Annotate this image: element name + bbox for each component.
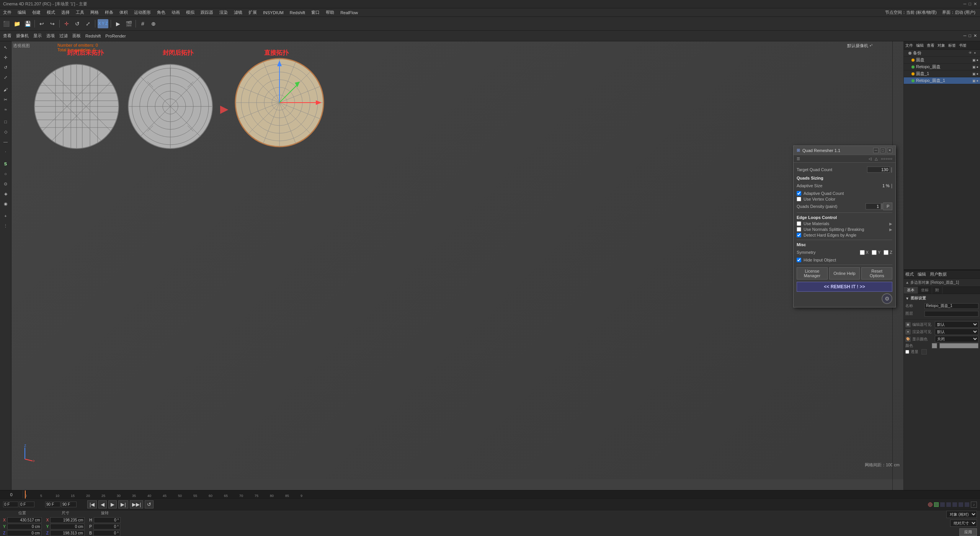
om-file[interactable]: 文件 xyxy=(905,43,913,48)
scene-item-disk1[interactable]: 圆盘_1 ▣ ● xyxy=(904,70,980,77)
rotate-tool-icon[interactable]: ↺ xyxy=(1,63,10,72)
menu-insydium[interactable]: INSYDIUM xyxy=(261,10,285,15)
menu-window[interactable]: 窗口 xyxy=(310,10,321,15)
rot-b-input[interactable] xyxy=(93,530,120,536)
s-icon[interactable]: S xyxy=(1,159,10,168)
name-input[interactable] xyxy=(924,303,978,309)
sub-options[interactable]: 选项 xyxy=(46,33,55,39)
menu-file[interactable]: 文件 xyxy=(2,10,13,15)
menu-character[interactable]: 角色 xyxy=(155,10,167,15)
start-frame-input[interactable] xyxy=(3,502,18,507)
target-quad-slider[interactable]: | xyxy=(891,167,892,173)
color-swatch[interactable] xyxy=(932,343,937,348)
hide-input-check[interactable] xyxy=(797,258,801,262)
menu-realflow[interactable]: RealFlow xyxy=(339,10,359,15)
render-vis-select[interactable]: 默认 xyxy=(935,328,978,335)
minimize-btn[interactable]: ─ xyxy=(964,2,967,7)
edge-icon[interactable]: — xyxy=(1,137,10,146)
cursor-icon[interactable]: ↖ xyxy=(1,43,10,52)
apply-button[interactable]: 应用 xyxy=(959,528,977,536)
pos-y-input[interactable] xyxy=(7,524,42,529)
reset-options-btn[interactable]: Reset Options xyxy=(861,267,892,279)
new-icon[interactable]: ⬛ xyxy=(2,19,11,28)
disk-left[interactable] xyxy=(33,62,121,150)
menu-mograph[interactable]: 运动图形 xyxy=(132,10,152,15)
bridge-icon[interactable]: ≈ xyxy=(1,105,10,114)
menu-track[interactable]: 跟踪器 xyxy=(199,10,215,15)
sub-panel[interactable]: 面板 xyxy=(72,33,81,39)
quad-menu-icon[interactable]: ☰ xyxy=(797,157,800,161)
menu-mode[interactable]: 模式 xyxy=(45,10,57,15)
use-normals-expand[interactable]: ▶ xyxy=(889,227,892,232)
viewport-minimize[interactable]: ─ xyxy=(964,33,967,38)
add-icon[interactable]: + xyxy=(1,211,10,221)
loop-btn[interactable]: ↺ xyxy=(145,500,154,508)
dots-icon[interactable]: ⋮ xyxy=(1,221,10,230)
menu-animate[interactable]: 动画 xyxy=(170,10,181,15)
size-x-input[interactable] xyxy=(50,517,85,523)
menu-mesh[interactable]: 网格 xyxy=(89,10,100,15)
paint-icon[interactable]: 🖌 xyxy=(1,85,10,94)
om-edit[interactable]: 编辑 xyxy=(916,43,924,48)
snap-icon[interactable]: ⊕ xyxy=(149,19,158,28)
menu-filter[interactable]: 滤镜 xyxy=(232,10,244,15)
viewport-close[interactable]: ✕ xyxy=(973,33,977,38)
remesh-btn[interactable]: << REMESH IT ! >> xyxy=(797,282,892,292)
quad-close[interactable]: ✕ xyxy=(887,148,892,153)
om-bookmark[interactable]: 书签 xyxy=(959,43,967,48)
prev-frame-btn[interactable]: ◀ xyxy=(98,500,107,508)
settings-icon[interactable]: ⚙ xyxy=(882,293,892,304)
quad-restore[interactable]: □ xyxy=(880,148,885,153)
editor-vis-select[interactable]: 默认 xyxy=(935,321,978,328)
om-object[interactable]: 对象 xyxy=(938,43,945,48)
use-vertex-color-check[interactable] xyxy=(797,197,801,201)
adaptive-size-slider[interactable]: | xyxy=(891,183,892,188)
disk-middle[interactable] xyxy=(126,62,214,150)
scale-icon[interactable]: ⤢ xyxy=(83,19,93,28)
display-color-select[interactable]: 关闭 xyxy=(935,336,978,342)
timeline-track[interactable]: 0 5 10 15 20 25 30 35 40 45 50 55 60 65 … xyxy=(23,490,980,498)
close-btn[interactable]: ✕ xyxy=(973,2,977,7)
timeline-cursor[interactable] xyxy=(25,490,26,498)
quads-density-input[interactable] xyxy=(866,203,881,209)
menu-edit[interactable]: 编辑 xyxy=(16,10,28,15)
playback-end-input[interactable] xyxy=(61,502,77,507)
sub-camera[interactable]: 摄像机 xyxy=(16,33,29,39)
point-icon[interactable]: · xyxy=(1,147,10,156)
object-mode-icon[interactable]: X Y Z xyxy=(98,19,108,28)
tab-coords[interactable]: 坐标 xyxy=(918,287,932,294)
disk-right[interactable] xyxy=(232,55,327,150)
attr-edit[interactable]: 编辑 xyxy=(918,271,926,277)
viewport-maximize[interactable]: □ xyxy=(969,33,971,38)
tab-basic[interactable]: 基本 xyxy=(904,287,918,294)
menu-help[interactable]: 帮助 xyxy=(324,10,336,15)
om-view[interactable]: 查看 xyxy=(927,43,934,48)
sub-prorender[interactable]: ProRender xyxy=(105,34,126,38)
rotate-icon[interactable]: ↺ xyxy=(73,19,82,28)
use-materials-expand[interactable]: ▶ xyxy=(889,222,892,226)
next-frame-btn[interactable]: ▶| xyxy=(118,500,128,508)
coord-mode-select[interactable]: 对象 (相对) xyxy=(946,511,977,518)
scene-item-retopo-disk[interactable]: Retopo_圆盘 ▣ ● xyxy=(904,64,980,70)
audio-indicator[interactable]: ♪ xyxy=(971,502,977,508)
backup-render[interactable]: ● xyxy=(974,51,978,56)
use-normals-check[interactable] xyxy=(797,227,801,232)
sym-y-check[interactable] xyxy=(872,250,877,255)
quad-minimize[interactable]: ─ xyxy=(873,148,879,153)
undo-icon[interactable]: ↩ xyxy=(37,19,46,28)
tool2-icon[interactable]: ◈ xyxy=(1,189,10,198)
play-btn[interactable]: ▶ xyxy=(108,500,117,508)
use-materials-check[interactable] xyxy=(797,221,801,226)
end-frame-input[interactable] xyxy=(45,502,60,507)
menu-tools[interactable]: 工具 xyxy=(74,10,86,15)
menu-create[interactable]: 创建 xyxy=(31,10,42,15)
size-z-input[interactable] xyxy=(50,530,85,536)
render-settings-icon[interactable]: 🎬 xyxy=(124,19,133,28)
open-icon[interactable]: 📁 xyxy=(12,19,21,28)
adaptive-quad-check[interactable] xyxy=(797,191,801,196)
online-help-btn[interactable]: Online Help xyxy=(829,267,860,279)
menu-volume[interactable]: 体积 xyxy=(118,10,129,15)
rot-p-input[interactable] xyxy=(93,524,120,529)
color-bar[interactable] xyxy=(939,343,978,348)
go-end-btn[interactable]: ▶▶| xyxy=(130,500,143,508)
